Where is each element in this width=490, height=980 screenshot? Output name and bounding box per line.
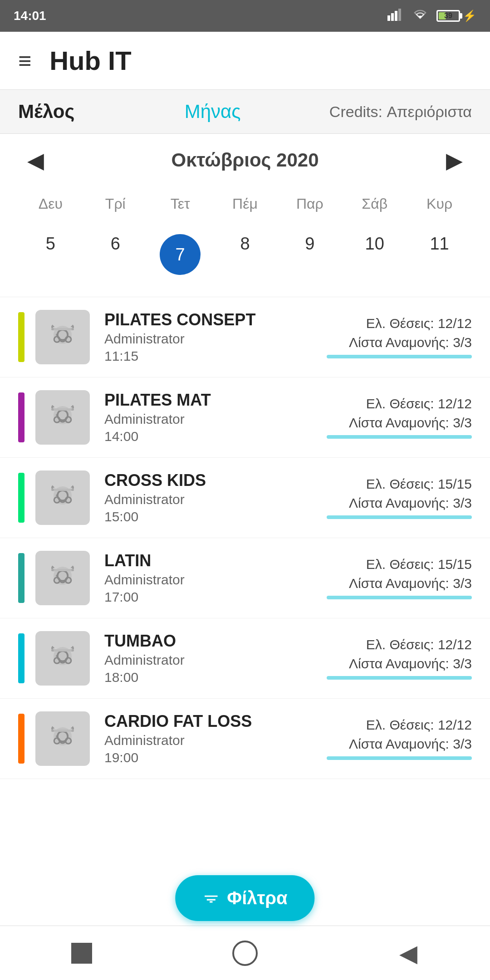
slots-waiting: Λίστα Αναμονής: 3/3 — [327, 576, 472, 591]
slots-progress-bar — [327, 676, 472, 680]
class-color-bar — [18, 553, 24, 603]
class-slots: Ελ. Θέσεις: 12/12 Λίστα Αναμονής: 3/3 — [327, 396, 472, 439]
class-color-bar — [18, 473, 24, 523]
wifi-icon — [412, 8, 428, 24]
class-name: TUMBAO — [104, 632, 327, 651]
class-name: CARDIO FAT LOSS — [104, 712, 327, 731]
class-item-5[interactable]: TUMBAO Administrator 18:00 Ελ. Θέσεις: 1… — [0, 618, 490, 699]
slots-available: Ελ. Θέσεις: 12/12 — [327, 396, 472, 412]
class-item-4[interactable]: LATIN Administrator 17:00 Ελ. Θέσεις: 15… — [0, 538, 490, 618]
menu-button[interactable]: ≡ — [18, 49, 31, 72]
signal-icon — [387, 8, 404, 24]
class-time: 17:00 — [104, 589, 327, 605]
class-slots: Ελ. Θέσεις: 15/15 Λίστα Αναμονής: 3/3 — [327, 476, 472, 519]
class-list: PILATES CONSEPT Administrator 11:15 Ελ. … — [0, 297, 490, 852]
class-info: PILATES MAT Administrator 14:00 — [104, 391, 327, 444]
class-color-bar — [18, 312, 24, 362]
class-item-2[interactable]: PILATES MAT Administrator 14:00 Ελ. Θέσε… — [0, 377, 490, 458]
dumbbell-icon — [44, 640, 81, 676]
class-icon — [35, 631, 90, 686]
class-time: 18:00 — [104, 670, 327, 685]
date-10[interactable]: 10 — [342, 226, 407, 283]
filter-button[interactable]: Φίλτρα — [175, 875, 314, 921]
class-name: CROSS KIDS — [104, 471, 327, 490]
svg-rect-3 — [398, 9, 401, 21]
weekday-fri: Παρ — [277, 191, 342, 217]
slots-progress-bar — [327, 435, 472, 439]
dumbbell-icon — [44, 319, 81, 355]
class-icon — [35, 390, 90, 445]
calendar-weekdays: Δευ Τρί Τετ Πέμ Παρ Σάβ Κυρ — [0, 186, 490, 221]
weekday-thu: Πέμ — [213, 191, 278, 217]
slots-waiting: Λίστα Αναμονής: 3/3 — [327, 495, 472, 511]
class-admin: Administrator — [104, 492, 327, 507]
class-name: PILATES MAT — [104, 391, 327, 410]
class-info: TUMBAO Administrator 18:00 — [104, 632, 327, 685]
app-header: ≡ Hub IT — [0, 32, 490, 90]
prev-month-button[interactable]: ◀ — [27, 147, 44, 173]
month-tab[interactable]: Μήνας — [148, 101, 278, 122]
class-name: PILATES CONSEPT — [104, 310, 327, 329]
class-color-bar — [18, 633, 24, 683]
credits-label: Credits: Απεριόριστα — [277, 103, 472, 121]
class-admin: Administrator — [104, 412, 327, 427]
class-icon — [35, 711, 90, 766]
class-item-3[interactable]: CROSS KIDS Administrator 15:00 Ελ. Θέσει… — [0, 458, 490, 538]
date-8[interactable]: 8 — [213, 226, 278, 283]
svg-rect-8 — [54, 328, 72, 330]
slots-available: Ελ. Θέσεις: 12/12 — [327, 717, 472, 733]
weekday-wed: Τετ — [148, 191, 213, 217]
slots-available: Ελ. Θέσεις: 12/12 — [327, 637, 472, 652]
slots-waiting: Λίστα Αναμονής: 3/3 — [327, 415, 472, 431]
class-admin: Administrator — [104, 652, 327, 668]
next-month-button[interactable]: ▶ — [446, 147, 463, 173]
class-item-1[interactable]: PILATES CONSEPT Administrator 11:15 Ελ. … — [0, 297, 490, 377]
class-time: 14:00 — [104, 429, 327, 444]
date-6[interactable]: 6 — [83, 226, 148, 283]
svg-rect-2 — [395, 11, 397, 21]
slots-progress-bar — [327, 596, 472, 599]
class-icon — [35, 310, 90, 364]
slots-available: Ελ. Θέσεις: 12/12 — [327, 316, 472, 331]
date-9[interactable]: 9 — [277, 226, 342, 283]
back-button[interactable]: ◀ — [390, 935, 426, 971]
class-slots: Ελ. Θέσεις: 15/15 Λίστα Αναμονής: 3/3 — [327, 557, 472, 599]
date-5[interactable]: 5 — [18, 226, 83, 283]
class-time: 15:00 — [104, 509, 327, 524]
svg-rect-15 — [54, 408, 72, 411]
svg-rect-1 — [391, 13, 394, 21]
class-item-6[interactable]: CARDIO FAT LOSS Administrator 19:00 Ελ. … — [0, 699, 490, 779]
stop-icon — [71, 943, 92, 964]
charging-icon: ⚡ — [463, 10, 476, 22]
date-7[interactable]: 7 — [148, 226, 213, 283]
dumbbell-icon — [44, 560, 81, 596]
slots-progress-bar — [327, 756, 472, 760]
weekday-mon: Δευ — [18, 191, 83, 217]
class-slots: Ελ. Θέσεις: 12/12 Λίστα Αναμονής: 3/3 — [327, 717, 472, 760]
weekday-sat: Σάβ — [342, 191, 407, 217]
class-info: CROSS KIDS Administrator 15:00 — [104, 471, 327, 524]
home-button[interactable] — [227, 935, 263, 971]
bottom-nav: ◀ — [0, 926, 490, 980]
svg-rect-22 — [54, 489, 72, 491]
class-info: PILATES CONSEPT Administrator 11:15 — [104, 310, 327, 364]
class-slots: Ελ. Θέσεις: 12/12 Λίστα Αναμονής: 3/3 — [327, 637, 472, 680]
class-info: CARDIO FAT LOSS Administrator 19:00 — [104, 712, 327, 765]
svg-rect-43 — [54, 730, 72, 732]
svg-rect-0 — [387, 15, 390, 21]
dumbbell-icon — [44, 399, 81, 436]
class-icon — [35, 551, 90, 605]
stop-button[interactable] — [64, 935, 100, 971]
slots-progress-bar — [327, 515, 472, 519]
class-icon — [35, 470, 90, 525]
date-11[interactable]: 11 — [407, 226, 472, 283]
slots-waiting: Λίστα Αναμονής: 3/3 — [327, 736, 472, 752]
class-color-bar — [18, 714, 24, 764]
filter-icon — [202, 890, 220, 907]
battery-icon: 39 ⚡ — [436, 10, 476, 22]
month-label: Οκτώβριος 2020 — [171, 149, 318, 171]
filter-label: Φίλτρα — [227, 888, 287, 908]
class-time: 11:15 — [104, 348, 327, 364]
app-title: Hub IT — [49, 45, 131, 76]
selected-date-circle: 7 — [160, 234, 201, 275]
